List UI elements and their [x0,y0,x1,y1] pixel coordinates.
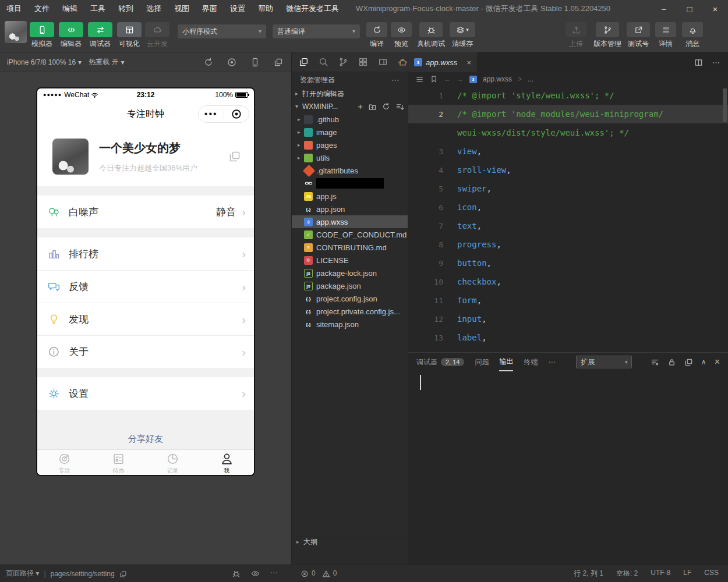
tree-file-contributing[interactable]: ≡ CONTRIBUTING.md [292,241,408,254]
extensions-icon[interactable] [358,57,368,67]
copy-path-icon[interactable] [119,569,127,577]
problems-summary[interactable]: 0 0 [291,569,408,578]
outline-list-icon[interactable] [415,74,424,83]
watch-icon[interactable] [251,569,260,578]
nav-forward-icon[interactable] [457,76,464,83]
tree-file-package[interactable]: js package.json [292,279,408,292]
menu-view[interactable]: 视图 [168,3,196,14]
close-tab-icon[interactable] [467,59,471,66]
menu-settings[interactable]: 设置 [224,3,252,14]
breadcrumb-file[interactable]: app.wxss [483,75,512,83]
eol-type[interactable]: LF [683,569,691,579]
hot-reload-toggle[interactable]: 热重载 开 [89,57,124,67]
cell-settings[interactable]: 设置 [37,377,254,410]
more-actions-icon[interactable] [712,59,720,66]
details-button[interactable]: 详情 [653,22,678,49]
npm-panel-icon[interactable] [378,57,388,67]
user-avatar[interactable] [5,21,27,43]
cell-ranking[interactable]: 排行榜 [37,237,254,270]
cursor-position[interactable]: 行 2, 列 1 [574,569,603,579]
page-path-select[interactable]: 页面路径 [6,569,39,579]
tab-records[interactable]: 记录 [146,450,200,476]
debugger-toggle[interactable]: 调试器 [86,22,114,49]
version-control-button[interactable]: 版本管理 [591,22,624,49]
debug-status-icon[interactable] [232,569,241,578]
switch-account-icon[interactable] [228,150,241,163]
cell-feedback[interactable]: 反馈 [37,270,254,303]
breadcrumb-more[interactable]: ... [528,75,533,83]
tree-file-redacted[interactable] [292,177,408,190]
clear-cache-button[interactable]: 清缓存 [448,22,476,49]
tree-file-appjson[interactable]: {.} app.json [292,203,408,215]
close-button[interactable] [702,5,728,13]
cell-discover[interactable]: 发现 [37,303,254,335]
editor-toggle[interactable]: 编辑器 [57,22,85,49]
more-status-icon[interactable] [270,569,277,578]
tab-me[interactable]: 我 [200,450,254,476]
tree-file-appjs[interactable]: JS app.js [292,190,408,203]
menu-goto[interactable]: 转到 [112,3,140,14]
share-friends-link[interactable]: 分享好友 [128,434,163,445]
real-device-debug-button[interactable]: 真机调试 [415,22,447,49]
tree-folder-pages[interactable]: pages [292,139,408,151]
output-filter-select[interactable]: 扩展 [576,356,632,368]
lock-scroll-icon[interactable] [667,357,676,366]
tree-folder-github[interactable]: .github [292,113,408,126]
menu-select[interactable]: 选择 [140,3,168,14]
language-mode[interactable]: CSS [704,569,719,579]
more-button[interactable] [199,109,224,119]
console-tab-output[interactable]: 输出 [499,353,513,371]
cloud-dev-toggle[interactable]: 云开发 [143,22,171,49]
more-actions-icon[interactable] [391,76,400,84]
maximize-panel-icon[interactable] [701,359,706,365]
simulator-toggle[interactable]: 模拟器 [28,22,56,49]
indentation[interactable]: 空格: 2 [616,569,638,579]
menu-edit[interactable]: 编辑 [56,3,84,14]
console-output-area[interactable] [408,371,728,390]
collapse-all-icon[interactable] [395,102,404,111]
menu-tools[interactable]: 工具 [84,3,112,14]
float-window-icon[interactable] [274,58,283,67]
profile-section[interactable]: 一个美少女的梦 今日专注力超越全国36%用户 [37,127,254,186]
console-tab-terminal[interactable]: 终端 [524,357,538,367]
copy-output-icon[interactable] [684,357,693,366]
tree-file-gitattributes[interactable]: .gitattributes [292,164,408,177]
cell-about[interactable]: 关于 [37,335,254,368]
preview-button[interactable]: 预览 [389,22,414,49]
tree-file-projectconfig[interactable]: {.} project.config.json [292,292,408,305]
maximize-button[interactable] [677,5,702,13]
project-section[interactable]: WXMINIP... [292,100,408,113]
mode-select[interactable]: 小程序模式 [178,24,266,38]
menu-help[interactable]: 帮助 [252,3,280,14]
console-tab-problems[interactable]: 问题 [475,357,489,367]
minimize-button[interactable] [651,5,677,13]
tab-todo[interactable]: 待办 [91,450,146,476]
source-control-icon[interactable] [338,57,348,67]
encoding[interactable]: UTF-8 [651,569,670,579]
tree-folder-image[interactable]: image [292,126,408,139]
tree-file-license[interactable]: © LICENSE [292,254,408,267]
search-icon[interactable] [319,57,328,67]
tree-file-projectprivateconfig[interactable]: {.} project.private.config.js... [292,305,408,318]
console-tab-debugger[interactable]: 调试器 2, 14 [416,357,464,367]
upload-button[interactable]: 上传 [564,22,588,49]
new-file-icon[interactable] [358,102,363,111]
record-icon[interactable] [227,58,236,67]
more-tabs-icon[interactable] [548,359,555,365]
code-editor[interactable]: 1/* @import 'style/weui.wxss'; */ 2/* @i… [408,86,728,352]
tab-focus[interactable]: 专注 [37,450,91,476]
tree-file-packagelock[interactable]: js package-lock.json [292,267,408,279]
split-editor-icon[interactable] [694,58,703,67]
menu-project[interactable]: 项目 [0,3,28,14]
outline-section[interactable]: 大纲 [292,537,408,547]
new-folder-icon[interactable] [368,102,377,111]
clear-output-icon[interactable] [651,357,659,366]
bookmark-icon[interactable] [430,75,438,84]
visualize-toggle[interactable]: 可视化 [115,22,143,49]
open-editors-section[interactable]: 打开的编辑器 [292,87,408,100]
rotate-icon[interactable] [204,58,213,67]
exit-button[interactable] [224,109,249,119]
compile-mode-select[interactable]: 普通编译 [273,24,360,38]
editor-scrollbar[interactable] [723,88,727,122]
close-panel-icon[interactable] [715,357,720,367]
